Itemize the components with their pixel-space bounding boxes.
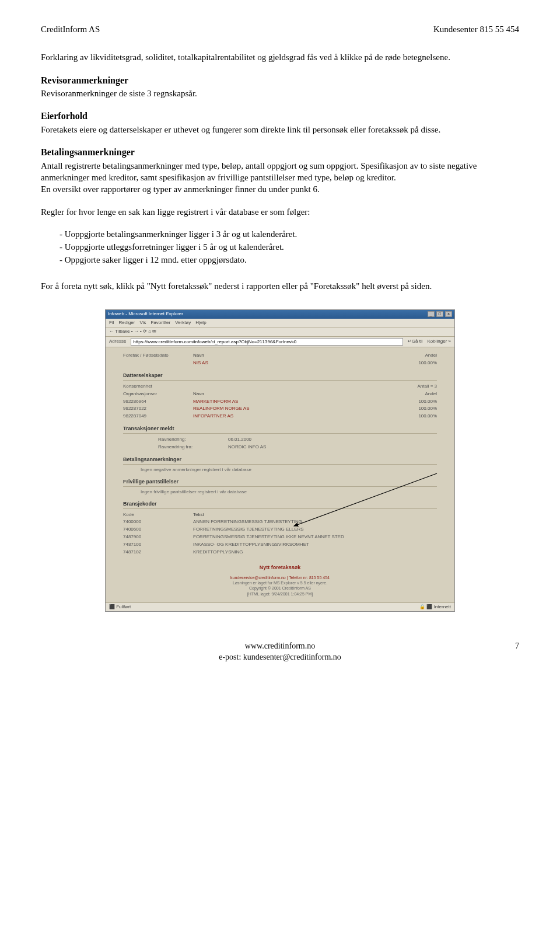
betaling-p1: Antall registrerte betalingsanmerkninger… — [41, 160, 519, 184]
section-title-eier: Eierforhold — [41, 110, 519, 123]
url-input[interactable] — [131, 338, 402, 346]
foretak-navn[interactable]: NIS AS — [193, 360, 390, 367]
close-button[interactable]: × — [445, 311, 452, 317]
table-row: 7400600FORRETNINGSMESSIG TJENESTEYTING E… — [123, 526, 437, 534]
rules-list: - Uoppgjorte betalingsanmerkninger ligge… — [60, 228, 519, 266]
col-header: Organisasjonsnr — [123, 391, 193, 398]
section-title-betaling: Betalingsanmerkninger — [41, 146, 519, 159]
table-row: 982286964 MARKETINFORM AS 100.00% — [123, 398, 437, 406]
menu-bar: Fil Rediger Vis Favoritter Verktøy Hjelp — [106, 319, 454, 328]
menu-item[interactable]: Hjelp — [195, 320, 206, 326]
intro-paragraph: Forklaring av likviditetsgrad, soliditet… — [41, 51, 519, 63]
screenshot-container: Infoweb - Microsoft Internet Explorer _ … — [41, 309, 519, 612]
section-betaling: Betalingsanmerkninger Antall registrerte… — [41, 146, 519, 195]
header-right: Kundesenter 815 55 454 — [433, 23, 519, 35]
col-header: Antall = 3 — [390, 384, 437, 390]
status-bar: ⬛ Fullført 🔒 ⬛ Internett — [106, 602, 454, 612]
toolbar: ← Tilbake • → • ⟳ ⌂ ✉ — [106, 327, 454, 337]
section-datter: Datterselskaper — [123, 372, 437, 381]
section-pant: Frivillige pantstillelser — [123, 478, 437, 487]
minimize-button[interactable]: _ — [428, 311, 435, 317]
window-buttons: _ □ × — [427, 311, 452, 318]
betal-msg: Ingen negative anmerkninger registrert i… — [141, 467, 437, 473]
new-search-note: For å foreta nytt søk, klikk på "Nytt fo… — [41, 280, 519, 292]
col-header: Foretak / Fødselsdato — [123, 353, 193, 359]
toolbar-buttons[interactable]: ← Tilbake • → • ⟳ ⌂ ✉ — [109, 329, 156, 335]
address-label: Adresse — [109, 339, 126, 345]
section-revisor: Revisoranmerkninger Revisoranmerkninger … — [41, 74, 519, 100]
section-body-revisor: Revisoranmerkninger de siste 3 regnskaps… — [41, 88, 519, 99]
header-left: CreditInform AS — [41, 23, 100, 35]
menu-item[interactable]: Verktøy — [175, 320, 191, 326]
page-footer: www.creditinform.no e-post: kundesenter@… — [41, 641, 519, 663]
address-bar: Adresse ↵Gå til Koblinger » — [106, 337, 454, 347]
rule-item: - Oppgjorte saker ligger i 12 mnd. etter… — [60, 254, 519, 266]
rule-item: - Uoppgjorte betalingsanmerkninger ligge… — [60, 228, 519, 240]
col-header: Andel — [390, 353, 437, 359]
section-body-eier: Foretakets eiere og datterselskaper er u… — [41, 124, 519, 135]
section-title-revisor: Revisoranmerkninger — [41, 74, 519, 87]
table-row: 982287022 REALINFORM NORGE AS 100.00% — [123, 405, 437, 413]
col-header: Navn — [193, 391, 390, 398]
table-row: 982287049 INFOPARTNER AS 100.00% — [123, 413, 437, 420]
col-header: Kode — [123, 512, 193, 518]
go-button[interactable]: ↵Gå til — [408, 339, 423, 345]
screenshot-footer: kundeservice@creditinform.no | Telefon n… — [123, 575, 437, 596]
window-title: Infoweb - Microsoft Internet Explorer — [108, 311, 183, 318]
section-trans: Transaksjoner meldt — [123, 425, 437, 434]
betaling-p2: En oversikt over rapportører og typer av… — [41, 183, 519, 195]
table-row: 7487102KREDITTOPPLYSNING — [123, 549, 437, 556]
section-betal: Betalingsanmerkninger — [123, 456, 437, 465]
datter-link[interactable]: MARKETINFORM AS — [193, 399, 390, 405]
col-header: Konsernenhet — [123, 384, 193, 390]
menu-item[interactable]: Favoritter — [150, 320, 170, 326]
datter-link[interactable]: REALINFORM NORGE AS — [193, 406, 390, 412]
rule-item: - Uoppgjorte utleggsforretninger ligger … — [60, 241, 519, 253]
window-titlebar: Infoweb - Microsoft Internet Explorer _ … — [106, 310, 454, 319]
rules-intro: Regler for hvor lenge en sak kan ligge r… — [41, 206, 519, 218]
page-content: Foretak / Fødselsdato Navn Andel NIS AS … — [106, 347, 454, 602]
table-row: 7487100INKASSO- OG KREDITTOPPLYSNINGSVIR… — [123, 541, 437, 549]
col-header: Navn — [193, 353, 390, 359]
nytt-foretakssok-label: Nytt foretakssøk — [260, 564, 301, 570]
page-number: 7 — [515, 641, 519, 652]
status-left: ⬛ Fullført — [109, 604, 131, 611]
col-header: Andel — [390, 391, 437, 398]
foretak-andel: 100.00% — [390, 360, 437, 367]
links-button[interactable]: Koblinger » — [428, 339, 451, 345]
section-eier: Eierforhold Foretakets eiere og datterse… — [41, 110, 519, 135]
section-bransje: Bransjekoder — [123, 500, 437, 509]
footer-email: e-post: kundesenter@creditinform.no — [41, 652, 519, 663]
menu-item[interactable]: Vis — [139, 320, 146, 326]
nytt-foretakssok[interactable]: Nytt foretakssøk — [123, 564, 437, 571]
table-row: 7400000ANNEN FORRETNINGSMESSIG TJENESTEY… — [123, 518, 437, 526]
menu-item[interactable]: Rediger — [118, 320, 135, 326]
maximize-button[interactable]: □ — [436, 311, 443, 317]
pant-msg: Ingen frivillige pantstillelser registre… — [141, 489, 437, 496]
col-header: Tekst — [193, 512, 437, 518]
footer-url: www.creditinform.no — [41, 641, 519, 652]
page-header: CreditInform AS Kundesenter 815 55 454 — [41, 23, 519, 35]
ie-window: Infoweb - Microsoft Internet Explorer _ … — [105, 309, 455, 612]
table-row: 7487900FORRETNINGSMESSIG TJENESTEYTING I… — [123, 534, 437, 541]
status-right: 🔒 ⬛ Internett — [419, 604, 451, 611]
menu-item[interactable]: Fil — [109, 320, 114, 326]
datter-link[interactable]: INFOPARTNER AS — [193, 413, 390, 420]
